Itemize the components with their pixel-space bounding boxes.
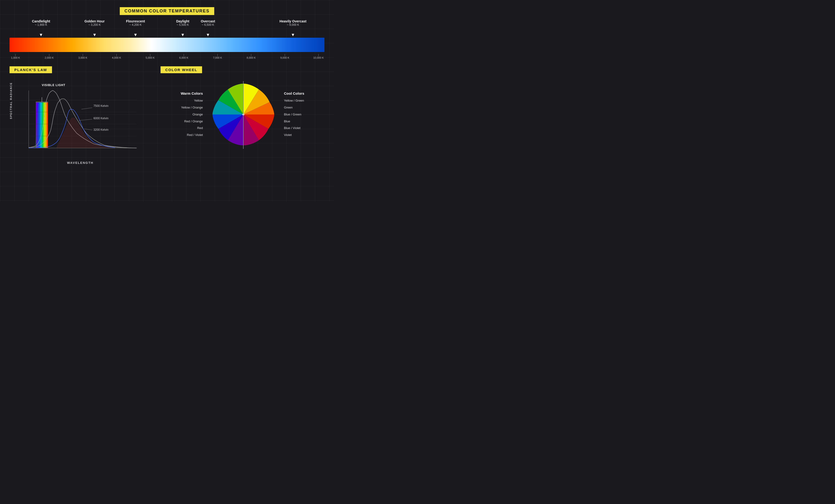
temp-label-heavily-overcast: Heavily Overcast ~ 9,000 K — [280, 19, 307, 26]
label-yellow: Yellow — [194, 97, 203, 104]
warm-colors-title: Warm Colors — [181, 91, 203, 96]
temp-label-candlelight: Candlelight ~ 1,900 K — [32, 19, 50, 26]
color-wheel-section: COLOR WHEEL Warm Colors Yellow Yellow / … — [151, 66, 324, 165]
common-color-temperatures-title: COMMON COLOR TEMPERATURES — [9, 7, 324, 19]
label-green: Green — [284, 104, 292, 111]
arrow-candlelight: ▼ — [39, 33, 43, 38]
page-container: COMMON COLOR TEMPERATURES Candlelight ~ … — [0, 0, 334, 172]
tick-2000k: 2,000 K — [45, 56, 54, 59]
wheel-container: Warm Colors Yellow Yellow / Orange Orang… — [161, 81, 324, 149]
arrow-golden-hour: ▼ — [92, 33, 97, 38]
y-axis-label: SPECTRAL RADIANCE — [9, 82, 13, 119]
label-red-orange: Red / Orange — [184, 118, 203, 125]
tick-10000k: 10,000 K — [313, 56, 324, 59]
arrow-daylight: ▼ — [181, 33, 185, 38]
label-blue: Blue — [284, 118, 290, 125]
temp-label-flourescent: Flourescent ~ 4,200 K — [126, 19, 145, 26]
svg-line-17 — [79, 119, 92, 121]
temp-label-golden-hour: Golden Hour ~ 3,200 K — [84, 19, 105, 26]
label-blue-violet: Blue / Violet — [284, 125, 300, 132]
tick-5000k: 5,000 K — [145, 56, 155, 59]
svg-text:3200 Kelvin: 3200 Kelvin — [94, 128, 108, 131]
arrow-flourescent: ▼ — [134, 33, 138, 38]
color-wheel-title: COLOR WHEEL — [161, 66, 202, 73]
label-red-violet: Red / Violet — [187, 132, 203, 139]
warm-labels-column: Warm Colors Yellow Yellow / Orange Orang… — [181, 91, 203, 139]
planck-chart-svg: 7500 Kelvin 6000 Kelvin 3200 Kelvin — [14, 85, 146, 163]
visible-light-label: VISIBLE LIGHT — [42, 83, 65, 87]
plancks-law-section: PLANCK'S LAW SPECTRAL RADIANCE VISIBLE L… — [9, 66, 151, 165]
wheel-divider — [243, 81, 244, 149]
label-red: Red — [197, 125, 203, 132]
label-blue-green: Blue / Green — [284, 111, 301, 118]
cool-labels-list: Yellow / Green Green Blue / Green Blue B… — [284, 97, 304, 139]
arrow-heavily-overcast: ▼ — [291, 33, 295, 38]
tick-3000k: 3,000 K — [78, 56, 87, 59]
label-orange: Orange — [192, 111, 203, 118]
label-violet: Violet — [284, 132, 291, 139]
color-wheel-container — [210, 81, 277, 149]
tick-7000k: 7,000 K — [213, 56, 222, 59]
top-section: COMMON COLOR TEMPERATURES Candlelight ~ … — [9, 7, 324, 59]
arrow-overcast: ▼ — [206, 33, 210, 38]
chart-area: SPECTRAL RADIANCE VISIBLE LIGHT — [9, 82, 146, 165]
warm-labels-list: Yellow Yellow / Orange Orange Red / Oran… — [181, 97, 203, 139]
tick-9000k: 9,000 K — [280, 56, 289, 59]
svg-line-19 — [84, 129, 92, 130]
tick-8000k: 8,000 K — [247, 56, 256, 59]
temperature-bar — [9, 38, 324, 52]
tick-6000k: 6,000 K — [179, 56, 188, 59]
label-yellow-green: Yellow / Green — [284, 97, 304, 104]
temp-label-overcast: Overcast ~ 6,500 K — [201, 19, 215, 26]
temp-label-daylight: Daylight ~ 5,500 K — [176, 19, 189, 26]
tick-1000k: 1,000 K — [11, 56, 20, 59]
cool-labels-column: Cool Colors Yellow / Green Green Blue / … — [284, 91, 304, 139]
label-yellow-orange: Yellow / Orange — [181, 104, 203, 111]
svg-line-15 — [81, 108, 92, 109]
cool-colors-title: Cool Colors — [284, 91, 304, 96]
svg-text:6000 Kelvin: 6000 Kelvin — [94, 117, 108, 120]
svg-text:7500 Kelvin: 7500 Kelvin — [94, 104, 108, 108]
chart-inner: VISIBLE LIGHT — [14, 82, 146, 165]
tick-4000k: 4,000 K — [112, 56, 121, 59]
tick-labels: | 1,000 K | 2,000 K | 3,000 K | 4,000 K … — [9, 54, 324, 59]
planck-chart: VISIBLE LIGHT — [14, 82, 146, 163]
plancks-law-title: PLANCK'S LAW — [9, 66, 52, 73]
bottom-section: PLANCK'S LAW SPECTRAL RADIANCE VISIBLE L… — [9, 66, 324, 165]
